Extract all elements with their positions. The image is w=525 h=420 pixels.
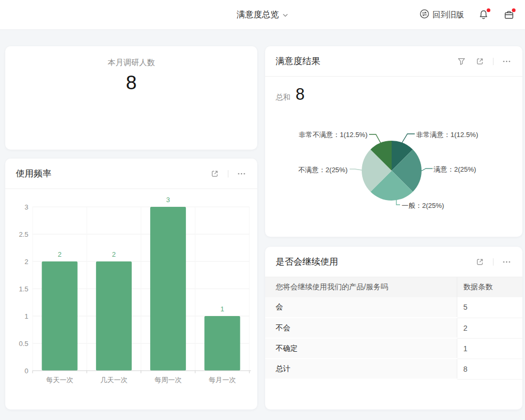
- row-value-cell: 1: [457, 338, 522, 359]
- pie-leader-line: [402, 134, 415, 143]
- export-icon[interactable]: [475, 56, 485, 67]
- bar-value-label: 3: [166, 196, 170, 204]
- continue-use-card-header: 是否会继续使用: [265, 247, 522, 277]
- y-tick-label: 2.5: [19, 230, 28, 238]
- back-to-old-version-button[interactable]: 回到旧版: [419, 9, 464, 20]
- card-title: 使用频率: [16, 167, 209, 180]
- bar-value-label: 2: [58, 250, 61, 258]
- usage-frequency-bar-chart: 00.511.522.532每天一次2几天一次3每周一次1每月一次: [5, 189, 257, 408]
- pie-slice-label: 满意：2(25%): [434, 165, 476, 174]
- dashboard-body: 本月调研人数 8 使用频率: [0, 30, 525, 410]
- table-header-row: 您将会继续使用我们的产品/服务吗 数据条数: [265, 277, 522, 297]
- switch-version-icon: [419, 9, 429, 20]
- card-title: 满意度结果: [276, 55, 456, 67]
- icon-divider: [228, 170, 228, 177]
- y-tick-label: 1: [25, 312, 28, 320]
- x-tick-label: 每天一次: [46, 376, 74, 384]
- y-tick-label: 0: [25, 367, 28, 375]
- message-badge-dot: [512, 8, 516, 12]
- stat-card-value: 8: [5, 72, 257, 94]
- bar-value-label: 1: [220, 305, 224, 313]
- table-row: 会5: [265, 297, 522, 318]
- more-options-icon[interactable]: [501, 56, 512, 67]
- notifications-button[interactable]: [478, 9, 489, 20]
- bar-value-label: 2: [112, 250, 116, 258]
- x-tick-label: 每周一次: [154, 376, 182, 384]
- stat-card-title: 本月调研人数: [5, 58, 257, 68]
- satisfaction-pie-area: 总和 8 非常满意：1(12.5%)满意：2(25%)一般：2(25%)不满意：…: [265, 77, 522, 237]
- continue-use-table: 您将会继续使用我们的产品/服务吗 数据条数 会5不会2不确定1总计8: [265, 277, 522, 380]
- pie-slice-label: 非常满意：1(12.5%): [416, 130, 478, 140]
- row-label-cell: 会: [265, 297, 457, 318]
- icon-divider: [493, 258, 494, 266]
- pie-leader-line: [369, 134, 381, 144]
- question-column-header: 您将会继续使用我们的产品/服务吗: [265, 277, 457, 297]
- dashboard-title-dropdown[interactable]: 满意度总览: [237, 9, 288, 20]
- bar: [204, 316, 240, 371]
- export-icon[interactable]: [209, 169, 220, 179]
- icon-divider: [493, 58, 494, 65]
- page-title: 满意度总览: [237, 9, 279, 20]
- pie-slice-label: 不满意：2(25%): [298, 165, 348, 175]
- bar: [96, 261, 132, 371]
- row-value-cell: 8: [457, 359, 522, 379]
- pie-leader-line: [421, 169, 433, 171]
- filter-icon[interactable]: [456, 56, 467, 67]
- more-options-icon[interactable]: [501, 257, 512, 267]
- monthly-respondents-card: 本月调研人数 8: [5, 46, 257, 150]
- card-title: 是否会继续使用: [276, 256, 475, 268]
- satisfaction-results-card: 满意度结果: [265, 46, 522, 237]
- satisfaction-pie-chart: [265, 77, 522, 237]
- y-tick-label: 3: [25, 203, 28, 211]
- row-label-cell: 不会: [265, 318, 457, 338]
- pie-slice-label: 一般：2(25%): [402, 201, 444, 211]
- pie-slice-label: 非常不满意：1(12.5%): [299, 130, 368, 140]
- y-tick-label: 0.5: [19, 340, 28, 348]
- notification-badge-dot: [487, 8, 490, 12]
- row-label-cell: 总计: [265, 359, 457, 379]
- more-options-icon[interactable]: [236, 169, 247, 179]
- bar: [150, 207, 186, 371]
- continue-use-card: 是否会继续使用: [265, 247, 522, 410]
- table-row: 不确定1: [265, 338, 522, 359]
- table-row: 不会2: [265, 318, 522, 338]
- topbar-actions: 回到旧版: [419, 0, 514, 29]
- usage-frequency-card-header: 使用频率: [5, 159, 257, 189]
- usage-frequency-card: 使用频率 00.511.522.5: [5, 159, 257, 410]
- count-column-header: 数据条数: [457, 277, 522, 297]
- back-to-old-label: 回到旧版: [433, 10, 464, 20]
- pie-leader-line: [350, 169, 362, 170]
- satisfaction-card-header: 满意度结果: [265, 46, 522, 77]
- row-value-cell: 2: [457, 318, 522, 338]
- x-tick-label: 每月一次: [208, 376, 236, 384]
- table-row: 总计8: [265, 359, 522, 379]
- y-tick-label: 2: [25, 258, 28, 266]
- x-tick-label: 几天一次: [100, 376, 128, 384]
- chevron-down-icon: [282, 10, 288, 19]
- export-icon[interactable]: [475, 257, 485, 267]
- bar: [42, 261, 78, 371]
- right-column: 满意度结果: [265, 46, 522, 410]
- row-value-cell: 5: [457, 297, 522, 318]
- left-column: 本月调研人数 8 使用频率: [5, 46, 257, 410]
- top-bar: 满意度总览 回到旧版: [0, 0, 525, 30]
- messages-button[interactable]: [503, 9, 514, 20]
- row-label-cell: 不确定: [265, 338, 457, 359]
- y-tick-label: 1.5: [19, 285, 28, 293]
